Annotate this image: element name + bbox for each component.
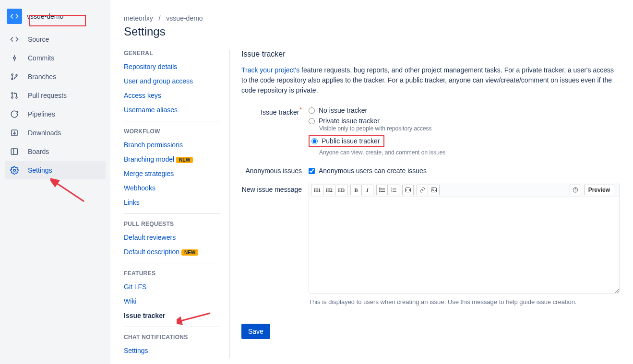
nav-source[interactable]: Source [5, 30, 106, 48]
radio-private-tracker[interactable]: Private issue tracker [309, 116, 620, 126]
nav-label: Branches [28, 73, 56, 81]
repo-header[interactable]: vssue-demo [5, 7, 106, 30]
italic-button[interactable]: I [362, 185, 373, 195]
new-badge: NEW [181, 249, 198, 256]
help-button[interactable] [570, 185, 581, 195]
svg-point-7 [12, 97, 13, 98]
checkbox-input[interactable] [309, 168, 315, 174]
editor-toolbar: H1 H2 H3 B I 123 [309, 183, 619, 197]
ordered-list-button[interactable]: 123 [388, 185, 399, 195]
link-button[interactable] [417, 185, 428, 195]
nav-boards[interactable]: Boards [5, 142, 106, 161]
submenu-wiki[interactable]: Wiki [124, 294, 220, 308]
page-title: Settings [124, 25, 620, 38]
submenu-user-group-access[interactable]: User and group access [124, 74, 220, 88]
submenu-git-lfs[interactable]: Git LFS [124, 280, 220, 294]
field-label-anonymous: Anonymous issues [241, 165, 309, 176]
left-sidebar: vssue-demo Source Commits Branches Pull … [0, 0, 110, 364]
svg-point-6 [12, 93, 13, 94]
nav-settings[interactable]: Settings [5, 161, 106, 179]
submenu-access-keys[interactable]: Access keys [124, 88, 220, 103]
submenu-section-prs: PULL REQUESTS [124, 213, 220, 230]
submenu-branching-model[interactable]: Branching modelNEW [124, 152, 220, 166]
field-help-text: This is displayed to users when creating… [309, 298, 620, 305]
label-text: Issue tracker [261, 108, 299, 116]
issue-tracker-radios: No issue tracker Private issue tracker V… [309, 105, 620, 159]
nav-list: Source Commits Branches Pull requests Pi… [5, 30, 106, 179]
submenu-chat-settings[interactable]: Settings [124, 343, 220, 358]
save-button[interactable]: Save [241, 324, 270, 339]
preview-button[interactable]: Preview [584, 185, 614, 195]
main-content: meteorlxy / vssue-demo Settings GENERAL … [110, 0, 633, 364]
nav-label: Downloads [28, 129, 61, 137]
pull-request-icon [10, 91, 19, 100]
submenu-default-reviewers[interactable]: Default reviewers [124, 230, 220, 245]
svg-point-4 [12, 78, 13, 80]
submenu-section-features: FEATURES [124, 263, 220, 280]
svg-point-13 [13, 169, 16, 172]
track-project-link[interactable]: Track your project's [241, 66, 299, 74]
svg-line-14 [55, 182, 84, 201]
nav-label: Pull requests [28, 92, 67, 99]
submenu-default-description[interactable]: Default descriptionNEW [124, 245, 220, 259]
submenu-username-aliases[interactable]: Username aliases [124, 103, 220, 117]
board-icon [10, 147, 19, 156]
h1-button[interactable]: H1 [311, 185, 323, 195]
anonymous-checkbox-row[interactable]: Anonymous users can create issues [309, 165, 620, 176]
submenu-webhooks[interactable]: Webhooks [124, 181, 220, 195]
submenu-merge-strategies[interactable]: Merge strategies [124, 166, 220, 181]
svg-point-8 [16, 97, 17, 98]
svg-point-32 [575, 191, 575, 191]
code-button[interactable] [402, 185, 414, 195]
svg-rect-11 [11, 149, 18, 154]
radio-no-tracker[interactable]: No issue tracker [309, 105, 620, 116]
annotation-highlight-public: Public issue tracker [309, 135, 384, 147]
download-icon [10, 129, 19, 137]
nav-label: Commits [28, 54, 54, 62]
editor-textarea[interactable] [309, 197, 619, 293]
radio-label: No issue tracker [319, 106, 367, 114]
radio-input[interactable] [311, 138, 318, 144]
nav-commits[interactable]: Commits [5, 49, 106, 67]
code-icon [10, 35, 19, 44]
svg-point-17 [380, 189, 381, 190]
svg-point-16 [380, 188, 381, 189]
image-button[interactable] [428, 185, 440, 195]
radio-input[interactable] [309, 118, 315, 124]
checkbox-label: Anonymous users can create issues [319, 167, 427, 175]
h2-button[interactable]: H2 [323, 185, 335, 195]
bullet-list-button[interactable] [376, 185, 388, 195]
radio-input[interactable] [309, 107, 315, 114]
svg-text:3: 3 [391, 191, 392, 192]
annotation-arrow [50, 177, 89, 206]
repo-avatar [7, 9, 22, 24]
submenu-branch-permissions[interactable]: Branch permissions [124, 138, 220, 152]
submenu-section-workflow: WORKFLOW [124, 121, 220, 138]
breadcrumb-owner[interactable]: meteorlxy [124, 14, 153, 22]
bullet-list-icon [379, 188, 385, 192]
repo-name: vssue-demo [27, 12, 63, 20]
radio-subtext-public: Anyone can view, create, and comment on … [309, 149, 620, 156]
bold-button[interactable]: B [350, 185, 362, 195]
settings-submenu: GENERAL Repository details User and grou… [124, 50, 229, 358]
breadcrumb-repo[interactable]: vssue-demo [166, 14, 203, 22]
new-issue-msg-field: H1 H2 H3 B I 123 [309, 183, 620, 305]
ordered-list-icon: 123 [391, 188, 396, 192]
nav-branches[interactable]: Branches [5, 68, 106, 86]
nav-downloads[interactable]: Downloads [5, 124, 106, 142]
field-label-issue-tracker: Issue tracker* [241, 105, 309, 159]
pane-description: Track your project's feature requests, b… [241, 65, 620, 95]
nav-label: Source [28, 35, 49, 43]
nav-label: Boards [28, 148, 49, 155]
radio-label: Private issue tracker [319, 117, 380, 125]
h3-button[interactable]: H3 [335, 185, 347, 195]
nav-pipelines[interactable]: Pipelines [5, 105, 106, 123]
nav-pull-requests[interactable]: Pull requests [5, 86, 106, 105]
submenu-issue-tracker[interactable]: Issue tracker [124, 308, 220, 323]
gear-icon [10, 166, 19, 175]
submenu-label: Branching model [124, 155, 174, 163]
submenu-repo-details[interactable]: Repository details [124, 59, 220, 74]
submenu-links[interactable]: Links [124, 195, 220, 210]
help-icon [573, 187, 578, 193]
submenu-section-chat: CHAT NOTIFICATIONS [124, 327, 220, 343]
